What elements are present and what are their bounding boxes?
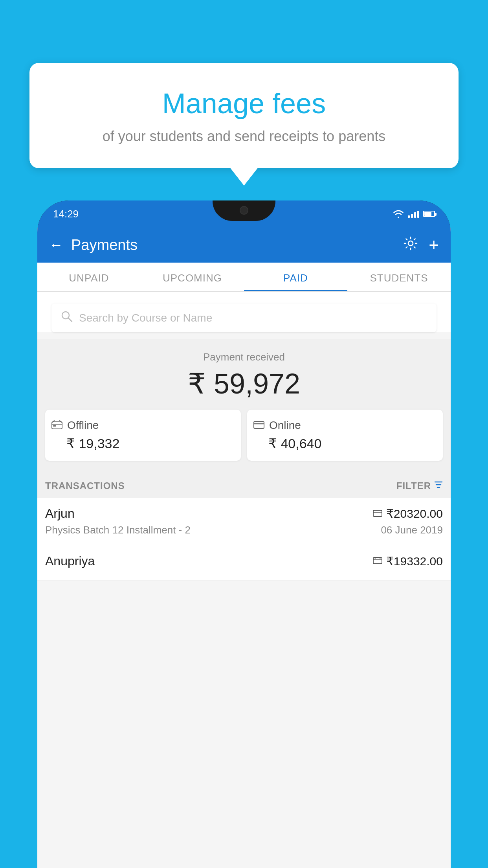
tab-unpaid[interactable]: UNPAID xyxy=(37,263,141,291)
online-amount: ₹ 40,640 xyxy=(268,436,437,451)
payment-received-section: Payment received ₹ 59,972 xyxy=(37,339,451,473)
payment-cards: Offline ₹ 19,332 Online xyxy=(45,410,443,461)
offline-amount: ₹ 19,332 xyxy=(66,436,235,451)
tab-paid[interactable]: PAID xyxy=(244,263,347,291)
transaction-amount-1: ₹20320.00 xyxy=(386,507,443,520)
tabs-container: UNPAID UPCOMING PAID STUDENTS xyxy=(37,263,451,292)
transaction-row[interactable]: Arjun ₹20320.00 Physics Batch 12 Install… xyxy=(37,498,451,545)
app-screen: ← Payments + UNPAID UPCOMING PAID STUDEN… xyxy=(37,227,451,868)
offline-payment-card: Offline ₹ 19,332 xyxy=(45,410,241,461)
camera xyxy=(240,206,248,215)
svg-line-1 xyxy=(68,318,72,322)
app-header: ← Payments + xyxy=(37,227,451,263)
filter-label: FILTER xyxy=(396,480,431,491)
bubble-subtitle: of your students and send receipts to pa… xyxy=(45,128,443,145)
wifi-icon xyxy=(393,210,404,218)
transaction-name-2: Anupriya xyxy=(45,554,95,568)
status-icons xyxy=(393,210,435,218)
payment-received-label: Payment received xyxy=(45,351,443,363)
transaction-amount-wrap-2: ₹19332.00 xyxy=(373,554,443,568)
transaction-type-icon-2 xyxy=(373,556,382,567)
online-payment-card: Online ₹ 40,640 xyxy=(247,410,443,461)
transaction-amount-2: ₹19332.00 xyxy=(386,554,443,568)
battery-icon xyxy=(423,211,435,217)
settings-button[interactable] xyxy=(404,236,418,254)
svg-rect-7 xyxy=(254,421,264,428)
svg-rect-2 xyxy=(52,422,62,429)
page-title: Payments xyxy=(71,237,138,254)
search-bar[interactable]: Search by Course or Name xyxy=(51,303,437,332)
speech-bubble: Manage fees of your students and send re… xyxy=(29,63,459,168)
svg-rect-9 xyxy=(373,510,382,517)
transaction-name-1: Arjun xyxy=(45,506,75,521)
search-icon xyxy=(61,311,73,325)
transactions-header: TRANSACTIONS FILTER xyxy=(37,473,451,498)
tab-students[interactable]: STUDENTS xyxy=(347,263,451,291)
bubble-title: Manage fees xyxy=(45,86,443,120)
transaction-date-1: 06 June 2019 xyxy=(381,524,443,536)
search-placeholder-text: Search by Course or Name xyxy=(79,312,212,324)
notch xyxy=(213,200,275,221)
header-actions: + xyxy=(404,235,439,255)
svg-rect-11 xyxy=(373,557,382,564)
signal-icon xyxy=(408,210,419,218)
transaction-amount-wrap-1: ₹20320.00 xyxy=(373,507,443,520)
back-button[interactable]: ← xyxy=(49,237,63,253)
transaction-row[interactable]: Anupriya ₹19332.00 xyxy=(37,545,451,581)
payment-received-amount: ₹ 59,972 xyxy=(45,367,443,400)
transactions-section-label: TRANSACTIONS xyxy=(45,480,125,491)
status-bar: 14:29 xyxy=(37,200,451,227)
offline-icon xyxy=(51,419,62,432)
phone-mockup: 14:29 ← Payments xyxy=(37,200,451,868)
offline-type-label: Offline xyxy=(67,419,99,432)
tab-upcoming[interactable]: UPCOMING xyxy=(141,263,244,291)
add-button[interactable]: + xyxy=(429,235,439,255)
online-icon xyxy=(253,419,264,432)
header-left: ← Payments xyxy=(49,237,138,254)
status-time: 14:29 xyxy=(53,208,79,220)
transaction-type-icon-1 xyxy=(373,508,382,519)
filter-button[interactable]: FILTER xyxy=(396,480,443,491)
online-type-label: Online xyxy=(269,419,301,432)
transaction-course-1: Physics Batch 12 Installment - 2 xyxy=(45,524,191,536)
svg-rect-4 xyxy=(53,425,56,427)
filter-icon xyxy=(434,480,443,491)
